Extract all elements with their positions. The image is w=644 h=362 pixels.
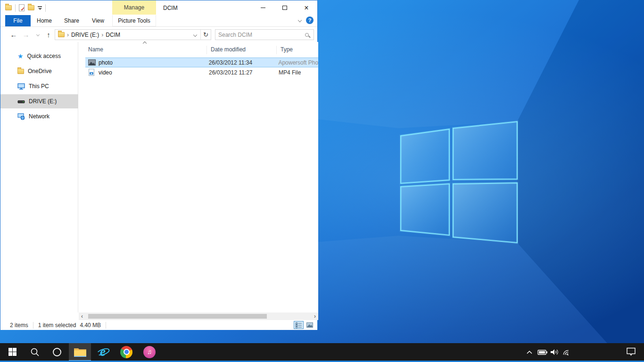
selection-count: 1 item selected xyxy=(38,322,76,329)
title-bar: Manage DCIM × xyxy=(0,0,317,15)
action-center-icon xyxy=(627,347,636,356)
monitor-icon xyxy=(17,83,25,90)
cortana-icon xyxy=(52,347,62,357)
column-header-type[interactable]: Type xyxy=(281,44,293,55)
internet-explorer-icon: e xyxy=(97,346,110,359)
star-icon: ★ xyxy=(17,53,24,59)
help-icon[interactable]: ? xyxy=(306,16,314,24)
address-bar[interactable]: › DRIVE (E:) › DCIM ↻ xyxy=(55,29,211,40)
maximize-button[interactable] xyxy=(274,0,296,15)
breadcrumb-separator: › xyxy=(67,32,69,38)
back-button[interactable]: ← xyxy=(8,27,19,42)
chrome-icon xyxy=(120,346,132,358)
column-header-name[interactable]: Name xyxy=(88,44,103,55)
scroll-right-arrow[interactable]: › xyxy=(312,313,318,320)
photo-thumbnail-icon xyxy=(88,59,96,66)
sidebar-item-label: OneDrive xyxy=(28,68,52,74)
thumbnail-view-icon xyxy=(306,322,313,328)
drive-icon xyxy=(17,98,25,105)
search-icon xyxy=(30,347,40,357)
file-name: video xyxy=(99,69,209,76)
chevron-down-icon xyxy=(38,8,42,10)
column-header-date-modified[interactable]: Date modified xyxy=(211,44,246,55)
forward-button[interactable]: → xyxy=(20,27,32,42)
scrollbar-thumb[interactable] xyxy=(88,314,267,319)
navigation-pane: ★ Quick access OneDrive This PC xyxy=(0,42,78,313)
tab-view[interactable]: View xyxy=(87,15,109,26)
breadcrumb-separator: › xyxy=(101,32,103,38)
onedrive-icon xyxy=(17,69,24,74)
start-button[interactable] xyxy=(2,343,23,361)
breadcrumb-folder[interactable]: DCIM xyxy=(106,32,120,38)
minimize-button[interactable] xyxy=(252,0,274,15)
sidebar-item-quick-access[interactable]: ★ Quick access xyxy=(0,49,78,63)
breadcrumb-drive[interactable]: DRIVE (E:) xyxy=(71,32,99,38)
chevron-up-icon xyxy=(526,350,533,354)
address-dropdown-button[interactable] xyxy=(190,30,200,40)
manage-contextual-group[interactable]: Manage xyxy=(112,0,156,15)
sidebar-item-label: DRIVE (E:) xyxy=(29,98,57,105)
column-separator[interactable] xyxy=(276,46,277,54)
windows-logo-icon xyxy=(8,348,17,356)
tab-share[interactable]: Share xyxy=(60,15,83,26)
separator xyxy=(15,4,16,12)
sidebar-item-onedrive[interactable]: OneDrive xyxy=(0,64,78,78)
battery-icon xyxy=(537,348,548,356)
recent-locations-button[interactable] xyxy=(33,27,42,42)
search-taskbar-button[interactable] xyxy=(25,343,45,361)
tab-picture-tools[interactable]: Picture Tools xyxy=(112,15,156,26)
file-row[interactable]: photo 26/03/2012 11:34 Apowersoft Pho xyxy=(85,58,318,67)
thumbnail-view-button[interactable] xyxy=(305,321,314,329)
itunes-taskbar-button[interactable]: ♫ xyxy=(139,343,160,361)
separator xyxy=(45,4,46,12)
internet-explorer-taskbar-button[interactable]: e xyxy=(93,343,114,361)
wifi-icon xyxy=(562,348,572,356)
search-input[interactable] xyxy=(215,32,305,38)
file-list-pane: Name Date modified Type photo 26/03/2012… xyxy=(79,42,318,313)
search-icon[interactable] xyxy=(305,33,309,37)
sidebar-item-network[interactable]: Network xyxy=(0,109,78,123)
close-button[interactable]: × xyxy=(296,0,317,15)
properties-icon[interactable] xyxy=(19,4,25,11)
chevron-down-icon xyxy=(193,33,197,36)
customize-qat-button[interactable] xyxy=(38,6,42,10)
tray-volume-button[interactable] xyxy=(549,343,561,361)
tray-battery-button[interactable] xyxy=(537,343,549,361)
details-view-button[interactable] xyxy=(294,321,304,329)
horizontal-scrollbar[interactable]: ‹ › xyxy=(79,313,318,320)
file-type: Apowersoft Pho xyxy=(278,59,318,66)
chevron-down-icon xyxy=(36,33,39,36)
sidebar-item-drive-e[interactable]: DRIVE (E:) xyxy=(0,94,78,108)
breadcrumb-folder-icon xyxy=(58,32,65,37)
video-file-icon xyxy=(88,69,96,76)
refresh-button[interactable]: ↻ xyxy=(200,30,211,40)
sidebar-item-label: Network xyxy=(29,113,50,120)
cortana-button[interactable] xyxy=(47,343,67,361)
expand-ribbon-icon[interactable] xyxy=(298,18,302,22)
separator xyxy=(106,322,106,329)
new-folder-icon[interactable] xyxy=(28,5,34,10)
tray-wifi-button[interactable] xyxy=(561,343,573,361)
file-name: photo xyxy=(99,59,209,66)
up-button[interactable]: ↑ xyxy=(43,27,54,42)
ribbon-tab-row: File Home Share View Picture Tools ? xyxy=(0,15,317,27)
minimize-icon xyxy=(261,8,265,8)
tab-file[interactable]: File xyxy=(5,15,31,26)
speaker-icon xyxy=(550,348,560,356)
file-date-modified: 26/03/2012 11:27 xyxy=(209,69,279,76)
sidebar-item-label: This PC xyxy=(29,83,49,90)
tab-home[interactable]: Home xyxy=(33,15,55,26)
desktop: Manage DCIM × File Home Share View Pictu… xyxy=(0,0,644,362)
file-explorer-icon xyxy=(74,346,87,358)
file-date-modified: 26/03/2012 11:34 xyxy=(209,59,279,66)
column-separator[interactable] xyxy=(206,46,207,54)
file-explorer-taskbar-button[interactable] xyxy=(69,343,91,361)
action-center-button[interactable] xyxy=(625,343,637,361)
chrome-taskbar-button[interactable] xyxy=(116,343,137,361)
sidebar-item-this-pc[interactable]: This PC xyxy=(0,79,78,93)
itunes-icon: ♫ xyxy=(143,346,156,358)
window-folder-icon xyxy=(5,5,12,10)
scroll-left-arrow[interactable]: ‹ xyxy=(79,313,85,320)
file-row[interactable]: video 26/03/2012 11:27 MP4 File xyxy=(85,67,318,77)
tray-show-hidden-icons-button[interactable] xyxy=(523,343,536,361)
